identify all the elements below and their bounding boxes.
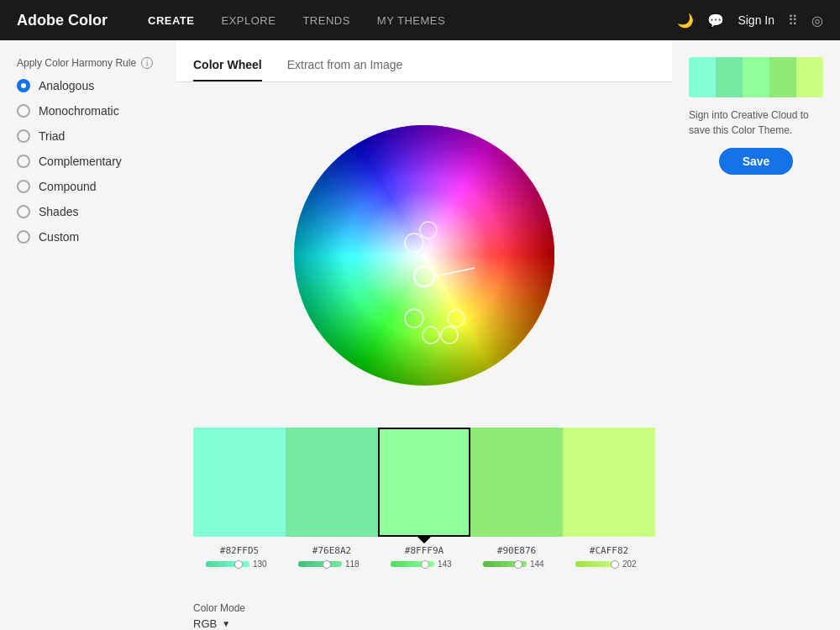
arm-line [434, 268, 475, 276]
slider-track-0[interactable] [206, 561, 249, 567]
swatch-color-3 [470, 428, 563, 537]
swatch-4[interactable] [563, 428, 655, 537]
swatch-color-4 [563, 428, 655, 537]
header: Adobe Color CREATE EXPLORE TRENDS MY THE… [0, 0, 840, 40]
radio-triad[interactable]: Triad [17, 129, 160, 143]
sign-in-button[interactable]: Sign In [738, 13, 774, 27]
slider-item-2: 143 [378, 559, 470, 569]
slider-row: 130 118 143 [193, 559, 655, 569]
hex-0[interactable]: #82FFD5 [193, 545, 286, 556]
swatch-color-1 [286, 428, 378, 537]
save-button[interactable]: Save [719, 148, 794, 175]
slider-item-0: 130 [193, 559, 286, 569]
radio-monochromatic-label: Monochromatic [39, 104, 119, 118]
slider-item-4: 202 [563, 559, 655, 569]
logo: Adobe Color [17, 12, 108, 29]
color-handles[interactable] [290, 121, 559, 390]
handle-6[interactable] [420, 222, 437, 239]
handle-5[interactable] [405, 234, 423, 252]
color-mode-select[interactable]: RGB ▼ [193, 617, 655, 630]
nav-trends[interactable]: TRENDS [302, 11, 349, 30]
radio-triad-circle [17, 129, 30, 143]
radio-compound-circle [17, 180, 30, 193]
radio-analogous-circle [17, 79, 30, 92]
radio-complementary-circle [17, 155, 30, 168]
handle-4[interactable] [448, 310, 465, 327]
color-mode-label: Color Mode [193, 602, 655, 614]
slider-track-2[interactable] [391, 561, 434, 567]
swatch-color-0 [193, 428, 286, 537]
swatch-3[interactable] [470, 428, 563, 537]
preview-palette [689, 57, 823, 97]
slider-track-1[interactable] [298, 561, 342, 567]
radio-monochromatic-circle [17, 104, 30, 118]
swatch-0[interactable] [193, 428, 286, 537]
hex-3[interactable]: #90E876 [470, 545, 563, 556]
chat-icon[interactable]: 💬 [707, 13, 724, 29]
preview-swatch-1 [716, 57, 743, 97]
radio-shades-circle [17, 205, 30, 218]
slider-track-4[interactable] [575, 561, 619, 567]
right-panel: Sign into Creative Cloud to save this Co… [672, 40, 840, 630]
radio-custom-circle [17, 230, 30, 244]
swatches-section: #82FFD5 #76E8A2 #8FFF9A #90E876 #CAFF82 … [176, 428, 672, 596]
hex-row: #82FFD5 #76E8A2 #8FFF9A #90E876 #CAFF82 [193, 545, 655, 556]
tab-color-wheel[interactable]: Color Wheel [193, 58, 262, 81]
preview-swatch-4 [796, 57, 823, 97]
color-mode-value: RGB [193, 617, 217, 630]
sidebar: Apply Color Harmony Rule i Analogous Mon… [0, 40, 176, 630]
tab-extract-image[interactable]: Extract from an Image [287, 58, 403, 81]
color-mode-section: Color Mode RGB ▼ [176, 596, 672, 630]
swatch-row [193, 428, 655, 537]
hex-4[interactable]: #CAFF82 [563, 545, 655, 556]
radio-compound[interactable]: Compound [17, 180, 160, 193]
nav-create[interactable]: CREATE [148, 11, 194, 30]
hex-2[interactable]: #8FFF9A [378, 545, 470, 556]
header-right: 🌙 💬 Sign In ⠿ ◎ [677, 13, 823, 29]
radio-analogous[interactable]: Analogous [17, 79, 160, 92]
radio-monochromatic[interactable]: Monochromatic [17, 104, 160, 118]
main-layout: Apply Color Harmony Rule i Analogous Mon… [0, 40, 840, 630]
adobe-icon[interactable]: ◎ [811, 13, 823, 29]
handle-1[interactable] [405, 309, 423, 328]
swatch-color-2 [378, 428, 470, 537]
nav-explore[interactable]: EXPLORE [221, 11, 276, 30]
radio-shades[interactable]: Shades [17, 205, 160, 218]
sign-in-text: Sign into Creative Cloud to save this Co… [689, 108, 823, 138]
apps-icon[interactable]: ⠿ [788, 13, 798, 29]
hex-1[interactable]: #76E8A2 [286, 545, 378, 556]
radio-custom-label: Custom [39, 230, 79, 244]
slider-val-4: 202 [622, 559, 643, 569]
chevron-down-icon: ▼ [222, 619, 230, 628]
radio-complementary[interactable]: Complementary [17, 155, 160, 168]
radio-triad-label: Triad [39, 129, 65, 143]
theme-icon[interactable]: 🌙 [677, 13, 694, 29]
radio-complementary-label: Complementary [39, 155, 122, 168]
tabs-bar: Color Wheel Extract from an Image [176, 40, 672, 82]
main-handle[interactable] [414, 266, 434, 286]
color-wheel-container[interactable] [290, 121, 559, 390]
radio-compound-label: Compound [39, 180, 97, 193]
slider-track-3[interactable] [483, 561, 527, 567]
nav-my-themes[interactable]: MY THEMES [377, 11, 445, 30]
slider-val-1: 118 [345, 559, 365, 569]
harmony-rule-label: Apply Color Harmony Rule i [17, 57, 160, 69]
radio-shades-label: Shades [39, 205, 78, 218]
handle-2[interactable] [423, 327, 439, 344]
slider-val-0: 130 [253, 559, 273, 569]
slider-val-2: 143 [438, 559, 458, 569]
swatch-1[interactable] [286, 428, 378, 537]
content-area: Color Wheel Extract from an Image [176, 40, 672, 630]
color-wheel-section[interactable] [176, 82, 672, 428]
preview-swatch-2 [743, 57, 769, 97]
info-icon[interactable]: i [141, 57, 153, 69]
radio-analogous-label: Analogous [39, 79, 94, 92]
swatch-2[interactable] [378, 428, 470, 537]
preview-swatch-0 [689, 57, 716, 97]
preview-swatch-3 [769, 57, 796, 97]
slider-val-3: 144 [530, 559, 550, 569]
radio-custom[interactable]: Custom [17, 230, 160, 244]
slider-item-1: 118 [286, 559, 378, 569]
handle-3[interactable] [441, 327, 458, 344]
slider-item-3: 144 [470, 559, 563, 569]
